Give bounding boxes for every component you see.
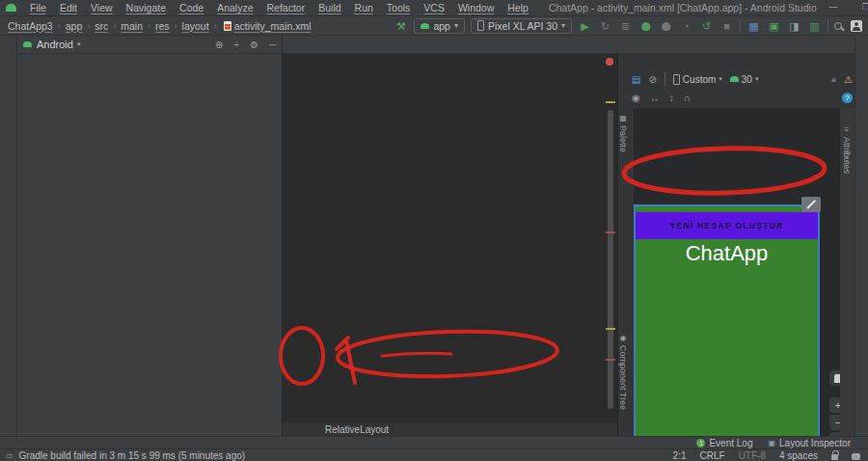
design-surface[interactable]: YENİ HESAP OLUŞTUR ChatApp + − 1:1 ⛶ bbox=[634, 108, 841, 436]
menu-view[interactable]: View bbox=[84, 1, 120, 14]
right-tool-strip bbox=[854, 36, 868, 436]
view-options-eye-icon[interactable]: ◉ bbox=[632, 93, 640, 103]
disable-preview-icon[interactable]: ⊘ bbox=[648, 74, 656, 85]
toolbar-divider bbox=[827, 19, 828, 33]
hide-panel-icon[interactable]: ─ bbox=[269, 40, 276, 50]
event-log-icon: 1 bbox=[696, 439, 705, 447]
design-toolbar: ▤ ⊘ Custom ▾ 30 ▾ » ⚠ bbox=[632, 71, 853, 87]
menu-vcs[interactable]: VCS bbox=[417, 1, 451, 14]
avd-manager-icon[interactable]: ▣ bbox=[767, 18, 781, 34]
menu-code[interactable]: Code bbox=[173, 1, 210, 14]
menu-run[interactable]: Run bbox=[348, 1, 380, 14]
stop-icon[interactable]: ■ bbox=[719, 18, 734, 34]
component-tree-icon: ◉ bbox=[620, 334, 627, 342]
error-mark bbox=[606, 231, 615, 233]
build-hammer-icon[interactable]: ⚒ bbox=[393, 18, 408, 34]
minimize-icon[interactable]: — bbox=[817, 2, 850, 14]
menu-tools[interactable]: Tools bbox=[380, 1, 418, 14]
orientation-vertical-icon[interactable]: ↕ bbox=[669, 93, 674, 103]
error-stripe[interactable] bbox=[604, 54, 617, 421]
apply-changes-icon[interactable]: ↻ bbox=[598, 18, 612, 34]
menu-build[interactable]: Build bbox=[312, 1, 347, 14]
slash-icon bbox=[806, 200, 816, 209]
collapse-all-icon[interactable]: ÷ bbox=[233, 40, 239, 50]
device-manager-icon[interactable]: ▦ bbox=[746, 18, 761, 34]
menu-analyze[interactable]: Analyze bbox=[210, 1, 259, 14]
profile-icon[interactable]: ◔ bbox=[679, 18, 693, 34]
breadcrumb-activity-main-xml[interactable]: activity_main.xml bbox=[234, 20, 312, 32]
device-file-sync-icon[interactable]: ▥ bbox=[807, 18, 822, 34]
lock-icon[interactable] bbox=[831, 454, 838, 460]
event-log-label: Event Log bbox=[709, 438, 752, 448]
overflow-icon[interactable]: » bbox=[830, 74, 836, 85]
magnet-autoconnect-icon[interactable]: ∩ bbox=[684, 93, 691, 103]
line-ending-indicator[interactable]: CRLF bbox=[700, 450, 725, 461]
breadcrumb-separator: › bbox=[87, 21, 90, 31]
editor-view-modes bbox=[845, 36, 854, 53]
breadcrumb-res[interactable]: res bbox=[155, 20, 170, 32]
attributes-strip: ≡ Attributes bbox=[840, 108, 854, 436]
menu-bar: FileEditViewNavigateCodeAnalyzeRefactorB… bbox=[23, 1, 535, 14]
component-tree-label: Component Tree bbox=[618, 345, 628, 410]
project-panel: Android ▾ ⊕ ÷ ⚙ ─ bbox=[17, 36, 283, 436]
window-toggle-icon[interactable]: ▭ bbox=[6, 451, 14, 460]
event-log-button[interactable]: 1 Event Log bbox=[696, 438, 752, 448]
navigation-bar: ChatApp3›app›src›main›res›layout›activit… bbox=[0, 16, 868, 36]
code-editor[interactable] bbox=[283, 54, 617, 421]
warning-mark bbox=[606, 101, 615, 103]
indent-indicator[interactable]: 4 spaces bbox=[779, 450, 818, 461]
device-selector[interactable]: Pixel XL API 30 ▾ bbox=[471, 18, 572, 34]
caret-position[interactable]: 2:1 bbox=[673, 450, 687, 461]
maximize-icon[interactable]: ❐ bbox=[850, 2, 868, 14]
attributes-icon: ≡ bbox=[845, 125, 850, 134]
run-config-selector[interactable]: app ▾ bbox=[414, 18, 465, 34]
code-lines bbox=[283, 54, 617, 69]
api-version-selector[interactable]: 30 ▾ bbox=[730, 74, 759, 85]
avatar[interactable] bbox=[851, 20, 862, 32]
project-view-selector[interactable]: Android bbox=[37, 39, 73, 50]
menu-refactor[interactable]: Refactor bbox=[260, 1, 312, 14]
breadcrumb-main[interactable]: main bbox=[121, 20, 143, 32]
help-icon[interactable]: ? bbox=[842, 93, 853, 103]
search-everywhere-icon[interactable] bbox=[834, 22, 842, 30]
wand-disabled-icon[interactable] bbox=[801, 197, 821, 212]
rerun-icon[interactable]: ↺ bbox=[699, 18, 714, 34]
gear-icon[interactable]: ⚙ bbox=[250, 40, 258, 50]
menu-navigate[interactable]: Navigate bbox=[120, 1, 173, 14]
breadcrumb-relativelayout[interactable]: RelativeLayout bbox=[325, 424, 389, 435]
android-icon bbox=[730, 76, 739, 82]
run-icon[interactable]: ▶ bbox=[578, 18, 592, 34]
editor-scrollbar[interactable] bbox=[608, 110, 613, 409]
tab-palette[interactable]: ▦ Palette bbox=[618, 114, 628, 152]
inspections-widget-icon[interactable] bbox=[852, 453, 860, 460]
preview-app-title: ChatApp bbox=[636, 241, 818, 266]
device-in-preview-selector[interactable]: Custom ▾ bbox=[673, 74, 722, 85]
breadcrumb-app[interactable]: app bbox=[66, 20, 83, 32]
tool-window-bar: 1 Event Log ▣ Layout Inspector bbox=[0, 436, 868, 448]
menu-window[interactable]: Window bbox=[451, 1, 501, 14]
tab-attributes[interactable]: ≡ Attributes bbox=[842, 125, 852, 174]
apply-code-changes-icon[interactable]: ≣ bbox=[618, 18, 633, 34]
menu-help[interactable]: Help bbox=[501, 1, 535, 14]
status-bar-right: 2:1 CRLF UTF-8 4 spaces bbox=[673, 450, 868, 461]
sdk-manager-icon[interactable]: ◨ bbox=[787, 18, 801, 34]
warning-triangle-icon[interactable]: ⚠ bbox=[844, 74, 853, 85]
gradle-build-status[interactable]: Gradle build failed in 3 m 15 s 99 ms (5… bbox=[19, 450, 246, 461]
preview-button[interactable]: YENİ HESAP OLUŞTUR bbox=[636, 212, 818, 239]
menu-file[interactable]: File bbox=[23, 1, 53, 14]
menu-edit[interactable]: Edit bbox=[53, 1, 84, 14]
breadcrumb-layout[interactable]: layout bbox=[182, 20, 209, 32]
layers-icon[interactable]: ▤ bbox=[632, 74, 640, 85]
debug-icon[interactable]: ⬤ bbox=[638, 18, 653, 34]
encoding-indicator[interactable]: UTF-8 bbox=[739, 450, 766, 461]
layout-preview[interactable]: YENİ HESAP OLUŞTUR ChatApp bbox=[634, 204, 820, 460]
orientation-horizontal-icon[interactable]: ↔ bbox=[650, 93, 660, 103]
locate-file-icon[interactable]: ⊕ bbox=[215, 40, 223, 50]
layout-inspector-button[interactable]: ▣ Layout Inspector bbox=[769, 438, 852, 448]
breadcrumb-chatapp3[interactable]: ChatApp3 bbox=[8, 20, 53, 32]
layout-inspector-icon: ▣ bbox=[769, 439, 776, 447]
breadcrumb-src[interactable]: src bbox=[95, 20, 108, 32]
design-toolbar-secondary: ◉ ↔ ↕ ∩ ? bbox=[632, 91, 853, 104]
tab-component-tree[interactable]: ◉ Component Tree bbox=[618, 334, 628, 410]
attach-debugger-icon[interactable]: ⬤ bbox=[659, 18, 673, 34]
